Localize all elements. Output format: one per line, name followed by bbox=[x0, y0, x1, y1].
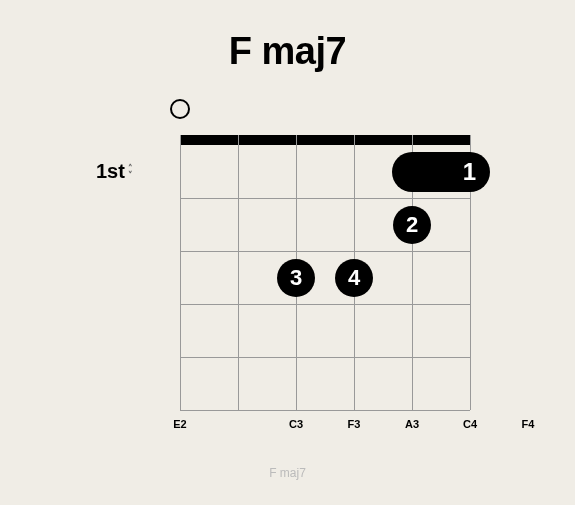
string-note-label: F3 bbox=[348, 418, 361, 430]
footer-chord-name: F maj7 bbox=[0, 466, 575, 480]
string-note-label: A3 bbox=[405, 418, 419, 430]
barre-finger-1[interactable]: 1 bbox=[392, 152, 490, 192]
string-note-label: C3 bbox=[289, 418, 303, 430]
fret-line bbox=[180, 304, 470, 305]
open-string-marker bbox=[170, 99, 190, 119]
string-line bbox=[180, 135, 181, 410]
string-line bbox=[238, 135, 239, 410]
string-note-label: E2 bbox=[173, 418, 186, 430]
nut bbox=[180, 135, 470, 145]
chord-diagram: { "title": "F maj7", "fret_position_labe… bbox=[0, 0, 575, 505]
fret-position-label: 1st bbox=[96, 160, 125, 183]
string-note-label: C4 bbox=[463, 418, 477, 430]
finger-dot-4[interactable]: 4 bbox=[335, 259, 373, 297]
fret-line bbox=[180, 410, 470, 411]
chord-title: F maj7 bbox=[0, 30, 575, 73]
fret-line bbox=[180, 357, 470, 358]
finger-dot-3[interactable]: 3 bbox=[277, 259, 315, 297]
fretboard: 1234 bbox=[180, 135, 470, 410]
finger-dot-2[interactable]: 2 bbox=[393, 206, 431, 244]
stepper-icon: ˄˅ bbox=[128, 165, 133, 179]
fret-line bbox=[180, 198, 470, 199]
fret-position-stepper[interactable]: 1st ˄˅ bbox=[96, 160, 133, 183]
string-note-label: F4 bbox=[522, 418, 535, 430]
fret-line bbox=[180, 251, 470, 252]
